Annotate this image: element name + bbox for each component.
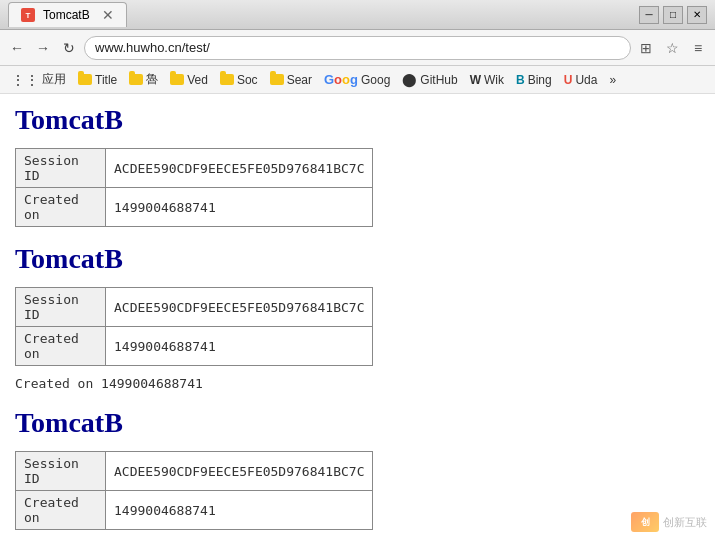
session-id-value: ACDEE590CDF9EECE5FE05D976841BC7C: [106, 452, 373, 491]
bookmark-google[interactable]: Goog Goog: [319, 70, 395, 89]
bookmark-uda[interactable]: U Uda: [559, 71, 603, 89]
session-id-value: ACDEE590CDF9EECE5FE05D976841BC7C: [106, 149, 373, 188]
folder-icon: [270, 74, 284, 85]
session-table-3: Session ID ACDEE590CDF9EECE5FE05D976841B…: [15, 451, 373, 530]
heading-2: TomcatB: [15, 243, 700, 275]
table-row: Session ID ACDEE590CDF9EECE5FE05D976841B…: [16, 288, 373, 327]
uda-icon: U: [564, 73, 573, 87]
github-icon: ⬤: [402, 72, 417, 87]
page-content: TomcatB Session ID ACDEE590CDF9EECE5FE05…: [0, 94, 715, 540]
bookmarks-bar: ⋮⋮ 应用 Title 魯 Ved Soc Sear Goog Goog ⬤ G…: [0, 66, 715, 94]
section-1: TomcatB Session ID ACDEE590CDF9EECE5FE05…: [15, 104, 700, 227]
bookmark-bing[interactable]: B Bing: [511, 71, 557, 89]
heading-3: TomcatB: [15, 407, 700, 439]
heading-1: TomcatB: [15, 104, 700, 136]
bookmark-ved[interactable]: Ved: [165, 71, 213, 89]
session-id-label: Session ID: [16, 288, 106, 327]
created-value: 1499004688741: [106, 491, 373, 530]
session-id-label: Session ID: [16, 149, 106, 188]
table-row: Created on 1499004688741: [16, 491, 373, 530]
back-button[interactable]: ←: [6, 37, 28, 59]
session-id-label: Session ID: [16, 452, 106, 491]
created-label: Created on: [16, 188, 106, 227]
close-button[interactable]: ✕: [687, 6, 707, 24]
bookmark-github[interactable]: ⬤ GitHub: [397, 70, 462, 89]
watermark-logo: 创: [631, 512, 659, 532]
bookmark-lu[interactable]: 魯: [124, 69, 163, 90]
folder-icon: [78, 74, 92, 85]
section-2: TomcatB Session ID ACDEE590CDF9EECE5FE05…: [15, 243, 700, 391]
bookmark-soc[interactable]: Soc: [215, 71, 263, 89]
menu-icon[interactable]: ≡: [687, 37, 709, 59]
table-row: Created on 1499004688741: [16, 327, 373, 366]
browser-tab[interactable]: T TomcatB ✕: [8, 2, 127, 27]
wikipedia-icon: W: [470, 73, 481, 87]
tab-close-button[interactable]: ✕: [102, 7, 114, 23]
watermark: 创 创新互联: [631, 512, 707, 532]
bookmark-wikipedia[interactable]: W Wik: [465, 71, 509, 89]
tab-title: TomcatB: [43, 8, 90, 22]
toolbar-icons: ⊞ ☆ ≡: [635, 37, 709, 59]
section-3: TomcatB Session ID ACDEE590CDF9EECE5FE05…: [15, 407, 700, 530]
minimize-button[interactable]: ─: [639, 6, 659, 24]
folder-icon: [170, 74, 184, 85]
folder-icon: [220, 74, 234, 85]
more-bookmarks[interactable]: »: [604, 71, 621, 89]
session-table-2: Session ID ACDEE590CDF9EECE5FE05D976841B…: [15, 287, 373, 366]
table-row: Session ID ACDEE590CDF9EECE5FE05D976841B…: [16, 452, 373, 491]
google-icon: Goog: [324, 72, 358, 87]
window-titlebar: T TomcatB ✕ ─ □ ✕: [0, 0, 715, 30]
forward-button[interactable]: →: [32, 37, 54, 59]
extensions-icon[interactable]: ⊞: [635, 37, 657, 59]
folder-icon: [129, 74, 143, 85]
window-controls: ─ □ ✕: [639, 6, 707, 24]
address-bar: ← → ↻ ⊞ ☆ ≡: [0, 30, 715, 66]
bookmark-title[interactable]: Title: [73, 71, 122, 89]
watermark-text: 创新互联: [663, 515, 707, 530]
table-row: Session ID ACDEE590CDF9EECE5FE05D976841B…: [16, 149, 373, 188]
maximize-button[interactable]: □: [663, 6, 683, 24]
bookmark-sear[interactable]: Sear: [265, 71, 317, 89]
bing-icon: B: [516, 73, 525, 87]
extra-created-text: Created on 1499004688741: [15, 376, 700, 391]
table-row: Created on 1499004688741: [16, 188, 373, 227]
apps-bookmark[interactable]: ⋮⋮ 应用: [6, 69, 71, 90]
url-input[interactable]: [84, 36, 631, 60]
tab-favicon: T: [21, 8, 35, 22]
bookmark-icon[interactable]: ☆: [661, 37, 683, 59]
created-label: Created on: [16, 491, 106, 530]
created-label: Created on: [16, 327, 106, 366]
created-value: 1499004688741: [106, 188, 373, 227]
session-id-value: ACDEE590CDF9EECE5FE05D976841BC7C: [106, 288, 373, 327]
refresh-button[interactable]: ↻: [58, 37, 80, 59]
session-table-1: Session ID ACDEE590CDF9EECE5FE05D976841B…: [15, 148, 373, 227]
created-value: 1499004688741: [106, 327, 373, 366]
